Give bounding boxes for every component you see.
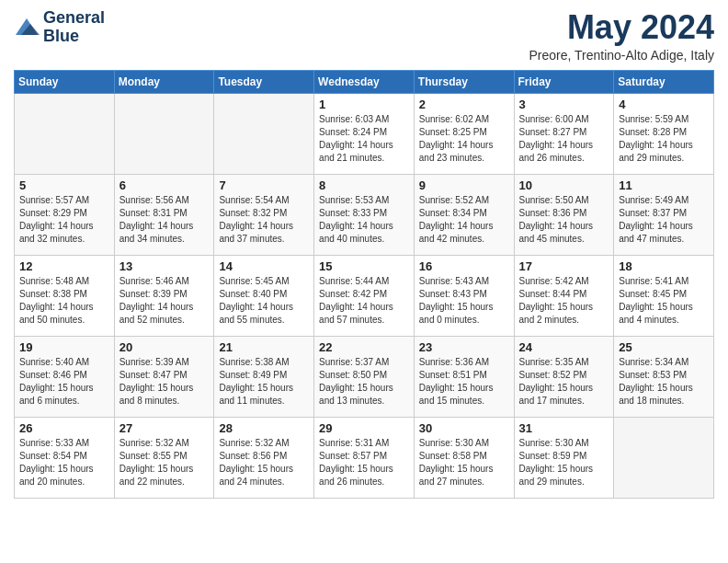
day-number: 22 [319, 340, 409, 354]
calendar-cell [15, 93, 115, 174]
calendar-cell: 21Sunrise: 5:38 AMSunset: 8:49 PMDayligh… [214, 336, 314, 417]
cell-info: Sunrise: 5:32 AMSunset: 8:55 PMDaylight:… [119, 437, 210, 488]
logo-text: General Blue [43, 9, 105, 46]
calendar-cell: 13Sunrise: 5:46 AMSunset: 8:39 PMDayligh… [114, 255, 214, 336]
calendar-cell: 10Sunrise: 5:50 AMSunset: 8:36 PMDayligh… [514, 174, 614, 255]
calendar-cell: 7Sunrise: 5:54 AMSunset: 8:32 PMDaylight… [214, 174, 314, 255]
cell-info: Sunrise: 5:42 AMSunset: 8:44 PMDaylight:… [519, 275, 609, 327]
logo: General Blue [14, 9, 105, 46]
day-of-week-header: Wednesday [314, 70, 415, 93]
day-number: 23 [419, 340, 509, 354]
calendar-cell: 27Sunrise: 5:32 AMSunset: 8:55 PMDayligh… [114, 417, 214, 498]
calendar-week-row: 12Sunrise: 5:48 AMSunset: 8:38 PMDayligh… [15, 255, 714, 336]
logo-line1: General [43, 9, 105, 28]
calendar-cell: 14Sunrise: 5:45 AMSunset: 8:40 PMDayligh… [214, 255, 314, 336]
day-number: 1 [319, 98, 409, 111]
calendar-cell: 20Sunrise: 5:39 AMSunset: 8:47 PMDayligh… [114, 336, 214, 417]
calendar-cell: 30Sunrise: 5:30 AMSunset: 8:58 PMDayligh… [414, 417, 514, 498]
cell-info: Sunrise: 5:53 AMSunset: 8:33 PMDaylight:… [319, 194, 409, 246]
cell-info: Sunrise: 6:00 AMSunset: 8:27 PMDaylight:… [519, 113, 609, 165]
calendar-week-row: 26Sunrise: 5:33 AMSunset: 8:54 PMDayligh… [15, 417, 714, 498]
day-number: 9 [419, 178, 509, 192]
calendar-cell: 18Sunrise: 5:41 AMSunset: 8:45 PMDayligh… [614, 255, 714, 336]
calendar-cell [214, 93, 314, 174]
calendar-cell: 8Sunrise: 5:53 AMSunset: 8:33 PMDaylight… [314, 174, 415, 255]
day-of-week-header: Tuesday [214, 70, 314, 93]
day-number: 7 [219, 178, 309, 192]
cell-info: Sunrise: 5:37 AMSunset: 8:50 PMDaylight:… [319, 356, 409, 408]
day-number: 30 [419, 421, 509, 435]
day-number: 2 [419, 98, 509, 111]
cell-info: Sunrise: 5:39 AMSunset: 8:47 PMDaylight:… [119, 356, 210, 408]
calendar-cell: 3Sunrise: 6:00 AMSunset: 8:27 PMDaylight… [514, 93, 614, 174]
calendar-cell: 28Sunrise: 5:32 AMSunset: 8:56 PMDayligh… [214, 417, 314, 498]
day-number: 12 [19, 259, 109, 273]
day-number: 28 [219, 421, 309, 435]
calendar-week-row: 1Sunrise: 6:03 AMSunset: 8:24 PMDaylight… [15, 93, 714, 174]
cell-info: Sunrise: 5:38 AMSunset: 8:49 PMDaylight:… [219, 356, 309, 408]
day-number: 21 [219, 340, 309, 354]
calendar-header-row: SundayMondayTuesdayWednesdayThursdayFrid… [15, 70, 714, 93]
cell-info: Sunrise: 5:48 AMSunset: 8:38 PMDaylight:… [19, 275, 109, 327]
day-number: 24 [519, 340, 609, 354]
day-of-week-header: Sunday [15, 70, 115, 93]
cell-info: Sunrise: 6:03 AMSunset: 8:24 PMDaylight:… [319, 113, 409, 165]
cell-info: Sunrise: 5:32 AMSunset: 8:56 PMDaylight:… [219, 437, 309, 488]
day-number: 14 [219, 259, 309, 273]
day-of-week-header: Monday [114, 70, 214, 93]
cell-info: Sunrise: 5:34 AMSunset: 8:53 PMDaylight:… [619, 356, 709, 408]
cell-info: Sunrise: 5:50 AMSunset: 8:36 PMDaylight:… [519, 194, 609, 246]
calendar-cell: 29Sunrise: 5:31 AMSunset: 8:57 PMDayligh… [314, 417, 415, 498]
calendar-cell: 12Sunrise: 5:48 AMSunset: 8:38 PMDayligh… [15, 255, 115, 336]
cell-info: Sunrise: 5:49 AMSunset: 8:37 PMDaylight:… [619, 194, 709, 246]
day-number: 16 [419, 259, 509, 273]
calendar-cell: 25Sunrise: 5:34 AMSunset: 8:53 PMDayligh… [614, 336, 714, 417]
calendar-cell: 15Sunrise: 5:44 AMSunset: 8:42 PMDayligh… [314, 255, 415, 336]
calendar-cell: 11Sunrise: 5:49 AMSunset: 8:37 PMDayligh… [614, 174, 714, 255]
cell-info: Sunrise: 5:45 AMSunset: 8:40 PMDaylight:… [219, 275, 309, 327]
day-number: 4 [619, 98, 709, 111]
calendar-cell: 17Sunrise: 5:42 AMSunset: 8:44 PMDayligh… [514, 255, 614, 336]
cell-info: Sunrise: 5:41 AMSunset: 8:45 PMDaylight:… [619, 275, 709, 327]
title-block: May 2024 Preore, Trentino-Alto Adige, It… [529, 9, 714, 63]
calendar-cell: 6Sunrise: 5:56 AMSunset: 8:31 PMDaylight… [114, 174, 214, 255]
cell-info: Sunrise: 5:33 AMSunset: 8:54 PMDaylight:… [19, 437, 109, 488]
page-header: General Blue May 2024 Preore, Trentino-A… [14, 9, 714, 63]
month-title: May 2024 [529, 9, 714, 46]
day-number: 18 [619, 259, 709, 273]
calendar-cell: 4Sunrise: 5:59 AMSunset: 8:28 PMDaylight… [614, 93, 714, 174]
day-number: 20 [119, 340, 210, 354]
day-number: 8 [319, 178, 409, 192]
cell-info: Sunrise: 5:31 AMSunset: 8:57 PMDaylight:… [319, 437, 409, 488]
cell-info: Sunrise: 6:02 AMSunset: 8:25 PMDaylight:… [419, 113, 509, 165]
cell-info: Sunrise: 5:57 AMSunset: 8:29 PMDaylight:… [19, 194, 109, 246]
cell-info: Sunrise: 5:52 AMSunset: 8:34 PMDaylight:… [419, 194, 509, 246]
day-number: 6 [119, 178, 210, 192]
day-number: 29 [319, 421, 409, 435]
calendar-cell: 1Sunrise: 6:03 AMSunset: 8:24 PMDaylight… [314, 93, 415, 174]
cell-info: Sunrise: 5:43 AMSunset: 8:43 PMDaylight:… [419, 275, 509, 327]
day-number: 25 [619, 340, 709, 354]
calendar-cell: 22Sunrise: 5:37 AMSunset: 8:50 PMDayligh… [314, 336, 415, 417]
day-number: 26 [19, 421, 109, 435]
day-number: 11 [619, 178, 709, 192]
day-of-week-header: Saturday [614, 70, 714, 93]
calendar-week-row: 19Sunrise: 5:40 AMSunset: 8:46 PMDayligh… [15, 336, 714, 417]
logo-icon [14, 15, 40, 40]
day-number: 31 [519, 421, 609, 435]
cell-info: Sunrise: 5:30 AMSunset: 8:59 PMDaylight:… [519, 437, 609, 488]
day-number: 27 [119, 421, 210, 435]
day-number: 13 [119, 259, 210, 273]
cell-info: Sunrise: 5:40 AMSunset: 8:46 PMDaylight:… [19, 356, 109, 408]
calendar-cell [114, 93, 214, 174]
calendar-table: SundayMondayTuesdayWednesdayThursdayFrid… [14, 70, 714, 499]
calendar-cell: 2Sunrise: 6:02 AMSunset: 8:25 PMDaylight… [414, 93, 514, 174]
day-number: 15 [319, 259, 409, 273]
day-number: 19 [19, 340, 109, 354]
calendar-week-row: 5Sunrise: 5:57 AMSunset: 8:29 PMDaylight… [15, 174, 714, 255]
cell-info: Sunrise: 5:56 AMSunset: 8:31 PMDaylight:… [119, 194, 210, 246]
cell-info: Sunrise: 5:46 AMSunset: 8:39 PMDaylight:… [119, 275, 210, 327]
cell-info: Sunrise: 5:30 AMSunset: 8:58 PMDaylight:… [419, 437, 509, 488]
calendar-cell: 23Sunrise: 5:36 AMSunset: 8:51 PMDayligh… [414, 336, 514, 417]
cell-info: Sunrise: 5:36 AMSunset: 8:51 PMDaylight:… [419, 356, 509, 408]
